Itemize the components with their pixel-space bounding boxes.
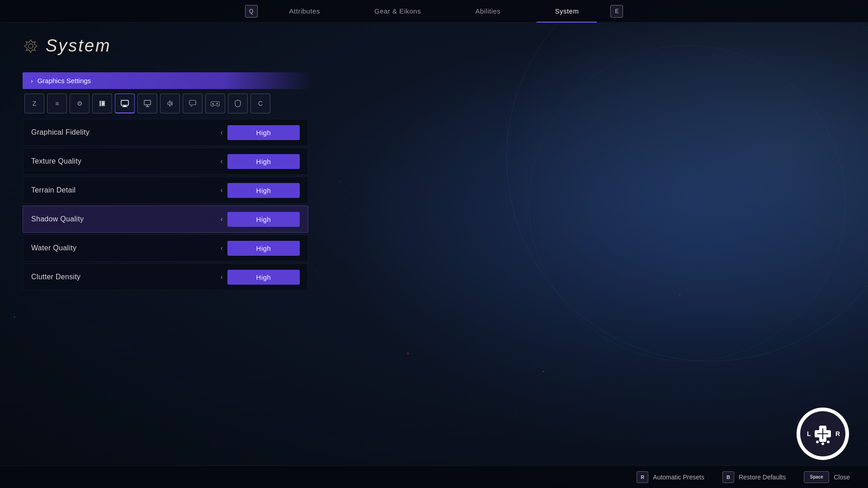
toolbar-key-z[interactable]: Z bbox=[24, 94, 44, 113]
setting-row-texture-quality[interactable]: Texture Quality ‹ High bbox=[23, 148, 308, 175]
category-header[interactable]: › Graphics Settings bbox=[23, 72, 312, 89]
setting-left-arrow-shadow[interactable]: ‹ bbox=[218, 215, 226, 223]
page-title: System bbox=[46, 36, 111, 56]
svg-point-14 bbox=[218, 104, 219, 105]
setting-left-arrow-clutter[interactable]: ‹ bbox=[218, 273, 226, 281]
svg-point-21 bbox=[816, 441, 819, 443]
key-e-button[interactable]: E bbox=[610, 5, 623, 18]
toolbar-audio-btn[interactable] bbox=[160, 94, 180, 113]
controller-svg: L R bbox=[796, 407, 850, 461]
key-r-button[interactable]: R bbox=[637, 471, 648, 483]
svg-rect-1 bbox=[99, 101, 101, 106]
setting-name-terrain-detail: Terrain Detail bbox=[31, 186, 75, 194]
decorative-arc-2 bbox=[529, 45, 845, 361]
toolbar-media-btn[interactable] bbox=[92, 94, 112, 113]
setting-name-water-quality: Water Quality bbox=[31, 244, 76, 252]
restore-defaults-label: Restore Defaults bbox=[739, 474, 786, 481]
setting-left-arrow-water[interactable]: ‹ bbox=[218, 244, 226, 252]
setting-left-arrow-graphical[interactable]: ‹ bbox=[218, 128, 226, 136]
bottom-bar: R Automatic Presets B Restore Defaults S… bbox=[0, 465, 868, 488]
toolbar-monitor-btn[interactable] bbox=[137, 94, 157, 113]
svg-rect-10 bbox=[189, 100, 196, 105]
tab-abilities[interactable]: Abilities bbox=[448, 0, 528, 23]
toolbar-key-c[interactable]: C bbox=[250, 94, 270, 113]
key-space-button[interactable]: Space bbox=[804, 471, 829, 483]
svg-rect-7 bbox=[144, 100, 151, 105]
setting-row-shadow-quality[interactable]: Shadow Quality ‹ High bbox=[23, 206, 308, 233]
bottom-action-automatic-presets[interactable]: R Automatic Presets bbox=[637, 471, 704, 483]
key-b-button[interactable]: B bbox=[722, 471, 734, 483]
bottom-action-close[interactable]: Space Close bbox=[804, 471, 850, 483]
setting-control-clutter-density: ‹ High bbox=[218, 270, 300, 285]
setting-control-graphical-fidelity: ‹ High bbox=[218, 125, 300, 140]
setting-name-texture-quality: Texture Quality bbox=[31, 157, 81, 165]
setting-row-graphical-fidelity[interactable]: Graphical Fidelity ‹ High bbox=[23, 119, 308, 146]
system-title-icon bbox=[23, 38, 39, 54]
category-arrow-icon: › bbox=[31, 77, 33, 84]
bottom-action-restore-defaults[interactable]: B Restore Defaults bbox=[722, 471, 786, 483]
toolbar-shield-btn[interactable] bbox=[228, 94, 248, 113]
setting-control-texture-quality: ‹ High bbox=[218, 154, 300, 169]
close-label: Close bbox=[834, 474, 850, 481]
svg-text:L: L bbox=[807, 430, 811, 437]
setting-value-graphical-fidelity: High bbox=[227, 125, 300, 140]
svg-text:R: R bbox=[835, 430, 840, 437]
tab-gear-eikons[interactable]: Gear & Eikons bbox=[347, 0, 448, 23]
setting-value-texture-quality: High bbox=[227, 154, 300, 169]
svg-point-23 bbox=[827, 441, 830, 443]
setting-control-water-quality: ‹ High bbox=[218, 241, 300, 256]
setting-control-terrain-detail: ‹ High bbox=[218, 183, 300, 198]
automatic-presets-label: Automatic Presets bbox=[653, 474, 704, 481]
toolbar-gear-btn[interactable]: ⚙ bbox=[70, 94, 90, 113]
key-q-button[interactable]: Q bbox=[245, 5, 258, 18]
toolbar-gamepad-btn[interactable] bbox=[205, 94, 225, 113]
setting-value-terrain-detail: High bbox=[227, 183, 300, 198]
setting-value-clutter-density: High bbox=[227, 270, 300, 285]
setting-value-water-quality: High bbox=[227, 241, 300, 256]
top-navigation: Q Attributes Gear & Eikons Abilities Sys… bbox=[0, 0, 868, 23]
setting-value-shadow-quality: High bbox=[227, 212, 300, 227]
svg-point-0 bbox=[28, 44, 33, 48]
category-label: Graphics Settings bbox=[38, 77, 91, 84]
setting-left-arrow-texture[interactable]: ‹ bbox=[218, 157, 226, 165]
toolbar-display-btn[interactable] bbox=[115, 94, 135, 113]
nav-tabs: Attributes Gear & Eikons Abilities Syste… bbox=[262, 0, 606, 23]
svg-point-13 bbox=[217, 103, 218, 104]
icon-toolbar: Z ≡ ⚙ bbox=[23, 94, 312, 113]
setting-control-shadow-quality: ‹ High bbox=[218, 212, 300, 227]
controller-icon-area: L R bbox=[796, 407, 850, 461]
setting-name-clutter-density: Clutter Density bbox=[31, 273, 80, 281]
toolbar-chat-btn[interactable] bbox=[183, 94, 203, 113]
tab-system[interactable]: System bbox=[528, 0, 606, 23]
svg-point-22 bbox=[821, 442, 824, 445]
setting-row-water-quality[interactable]: Water Quality ‹ High bbox=[23, 235, 308, 262]
tab-attributes[interactable]: Attributes bbox=[262, 0, 347, 23]
setting-name-graphical-fidelity: Graphical Fidelity bbox=[31, 128, 90, 136]
page-title-area: System bbox=[23, 36, 111, 56]
setting-row-clutter-density[interactable]: Clutter Density ‹ High bbox=[23, 263, 308, 291]
svg-rect-4 bbox=[121, 100, 128, 105]
settings-list: Graphical Fidelity ‹ High Texture Qualit… bbox=[23, 119, 312, 291]
toolbar-list-btn[interactable]: ≡ bbox=[47, 94, 67, 113]
setting-row-terrain-detail[interactable]: Terrain Detail ‹ High bbox=[23, 177, 308, 204]
setting-left-arrow-terrain[interactable]: ‹ bbox=[218, 186, 226, 194]
settings-panel: › Graphics Settings Z ≡ ⚙ bbox=[23, 72, 312, 291]
setting-name-shadow-quality: Shadow Quality bbox=[31, 215, 84, 223]
